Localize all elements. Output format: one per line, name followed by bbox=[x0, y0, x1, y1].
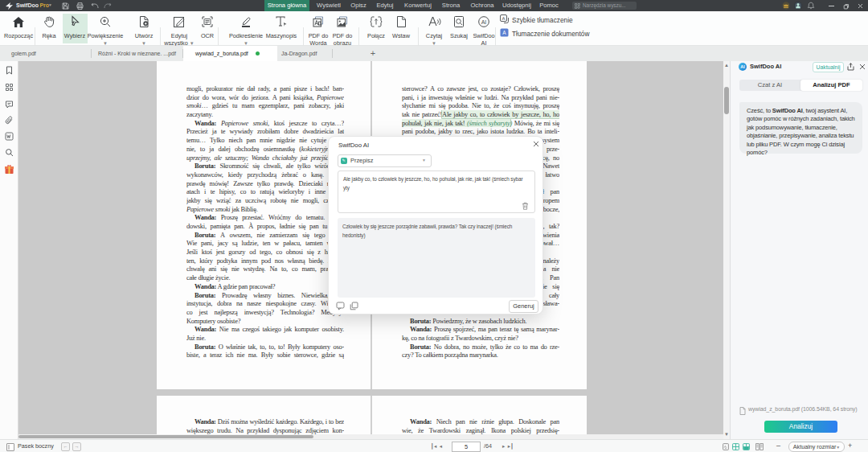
svg-text:A: A bbox=[502, 30, 506, 35]
svg-text:A: A bbox=[502, 16, 505, 21]
svg-text:AI: AI bbox=[740, 64, 745, 69]
svg-text:AI: AI bbox=[481, 19, 487, 25]
